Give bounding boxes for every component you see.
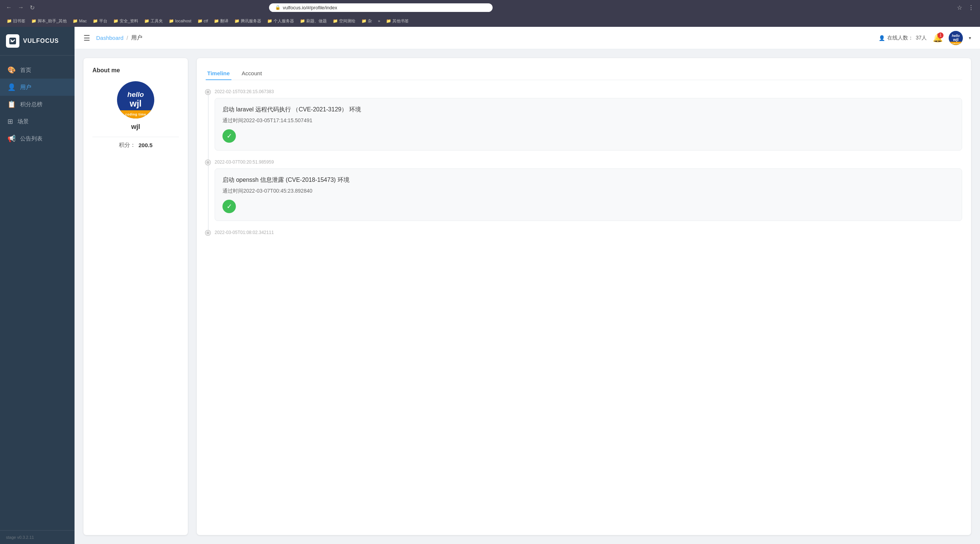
timeline-card: 启动 laravel 远程代码执行 （CVE-2021-3129） 环境 通过时… <box>215 98 962 151</box>
sidebar-item-label: 场景 <box>18 118 29 125</box>
bookmark-personal[interactable]: 📁 个人服务器 <box>265 17 296 25</box>
user-dropdown-button[interactable]: ▾ <box>969 35 971 41</box>
back-button[interactable]: ← <box>5 3 13 12</box>
bookmark-script[interactable]: 📁 脚本_助手_其他 <box>29 17 69 25</box>
sidebar-item-announcements[interactable]: 📢 公告列表 <box>0 130 75 147</box>
user-avatar[interactable]: hello wjl coding time <box>949 31 963 45</box>
sidebar-footer: stage v0.3.2.11 <box>0 530 75 544</box>
folder-icon: 📁 <box>144 19 150 24</box>
sidebar-item-label: 公告列表 <box>20 135 43 142</box>
scenes-icon: ⊞ <box>8 118 13 126</box>
sidebar-item-home[interactable]: 🎨 首页 <box>0 62 75 79</box>
avatar-hello-text: hello <box>127 91 144 99</box>
about-avatar-section: hello wjl coding time wjl <box>92 81 179 131</box>
timeline-date: 2022-03-05T01:08:02.342111 <box>215 230 962 235</box>
username: wjl <box>131 123 140 131</box>
bookmark-more[interactable]: » <box>375 18 382 24</box>
folder-icon: 📁 <box>234 19 240 24</box>
timeline: 2022-02-15T03:26:15.067383 启动 laravel 远程… <box>206 89 962 235</box>
app-container: VULFOCUS 🎨 首页 👤 用户 📋 积分总榜 ⊞ 场景 📢 公告列表 <box>0 27 980 544</box>
header-right: 👤 在线人数： 37人 🔔 1 hello wjl coding time <box>879 31 971 45</box>
folder-icon: 📁 <box>31 19 37 24</box>
bookmark-platform[interactable]: 📁 平台 <box>91 17 110 25</box>
timeline-entry: 2022-03-05T01:08:02.342111 <box>215 230 962 235</box>
browser-chrome: ← → ↻ 🔒 vulfocus.io/#/profile/index ☆ ⋮ … <box>0 0 980 27</box>
bookmark-mac[interactable]: 📁 Mac <box>70 18 89 24</box>
divider <box>92 137 179 137</box>
avatar-wjl-text: wjl <box>130 99 142 108</box>
tab-account[interactable]: Account <box>240 67 263 80</box>
online-label: 在线人数： <box>887 35 913 41</box>
menu-button[interactable]: ⋮ <box>967 3 975 13</box>
sidebar-logo: VULFOCUS <box>0 27 75 56</box>
sidebar-item-label: 用户 <box>20 84 31 91</box>
folder-icon: 📁 <box>93 19 98 24</box>
notification-button[interactable]: 🔔 1 <box>933 33 943 43</box>
timeline-card-title: 启动 laravel 远程代码执行 （CVE-2021-3129） 环境 <box>223 106 954 114</box>
logo-text: VULFOCUS <box>23 38 59 45</box>
bookmark-misc[interactable]: 📁 杂 <box>359 17 374 25</box>
bookmark-space[interactable]: 📁 空间测绘 <box>331 17 358 25</box>
timeline-card-subtitle: 通过时间2022-03-07T00:45:23.892840 <box>223 188 954 194</box>
address-bar[interactable]: 🔒 vulfocus.io/#/profile/index <box>269 3 493 12</box>
timeline-card-subtitle: 通过时间2022-03-05T17:14:15.507491 <box>223 118 954 124</box>
folder-icon: 📁 <box>386 19 391 24</box>
timeline-dot <box>206 160 210 165</box>
success-badge: ✓ <box>223 200 236 213</box>
bookmark-problems[interactable]: 📁 刷题、做题 <box>298 17 329 25</box>
sidebar-item-score[interactable]: 📋 积分总榜 <box>0 96 75 113</box>
timeline-card: 启动 openssh 信息泄露 (CVE-2018-15473) 环境 通过时间… <box>215 169 962 221</box>
timeline-entry: 2022-03-07T00:20:51.985959 启动 openssh 信息… <box>215 159 962 221</box>
breadcrumb-home[interactable]: Dashboard <box>96 35 123 41</box>
home-icon: 🎨 <box>8 66 16 74</box>
bookmark-tools[interactable]: 📁 工具夹 <box>142 17 165 25</box>
tabs: Timeline Account <box>206 67 962 80</box>
score-value: 200.5 <box>138 142 153 148</box>
forward-button[interactable]: → <box>16 3 25 12</box>
bookmark-ctf[interactable]: 📁 ctf <box>195 18 210 24</box>
folder-icon: 📁 <box>197 19 203 24</box>
sidebar-item-users[interactable]: 👤 用户 <box>0 79 75 96</box>
folder-icon: 📁 <box>267 19 272 24</box>
refresh-button[interactable]: ↻ <box>28 3 36 13</box>
bookmark-security[interactable]: 📁 安全_资料 <box>111 17 140 25</box>
folder-icon: 📁 <box>214 19 219 24</box>
timeline-entry: 2022-02-15T03:26:15.067383 启动 laravel 远程… <box>215 89 962 151</box>
users-icon: 👤 <box>8 83 16 91</box>
notification-badge: 1 <box>937 32 943 38</box>
announcements-icon: 📢 <box>8 135 16 143</box>
online-count: 👤 在线人数： 37人 <box>879 35 927 41</box>
sidebar-item-label: 首页 <box>20 67 31 74</box>
score-row: 积分： 200.5 <box>92 142 179 149</box>
bookmark-tencent[interactable]: 📁 腾讯服务器 <box>232 17 263 25</box>
main-content: ☰ Dashboard / 用户 👤 在线人数： 37人 🔔 1 he <box>75 27 980 544</box>
menu-toggle-button[interactable]: ☰ <box>83 33 90 43</box>
browser-toolbar: ← → ↻ 🔒 vulfocus.io/#/profile/index ☆ ⋮ <box>0 0 980 15</box>
browser-actions: ☆ ⋮ <box>955 3 975 13</box>
folder-icon: 📁 <box>7 19 12 24</box>
score-label: 积分： <box>119 142 136 149</box>
svg-rect-0 <box>9 38 16 45</box>
folder-icon: 📁 <box>300 19 305 24</box>
tab-timeline[interactable]: Timeline <box>206 67 231 80</box>
bookmark-old[interactable]: 📁 旧书签 <box>5 17 27 25</box>
bookmark-translate[interactable]: 📁 翻译 <box>212 17 231 25</box>
header: ☰ Dashboard / 用户 👤 在线人数： 37人 🔔 1 he <box>75 27 980 49</box>
folder-icon: 📁 <box>361 19 367 24</box>
avatar: hello wjl coding time <box>117 81 154 118</box>
folder-icon: 📁 <box>333 19 338 24</box>
bookmarks-bar: 📁 旧书签 📁 脚本_助手_其他 📁 Mac 📁 平台 📁 安全_资料 📁 工具… <box>0 15 980 27</box>
star-button[interactable]: ☆ <box>955 3 964 13</box>
bookmark-others[interactable]: 📁 其他书签 <box>384 17 411 25</box>
coding-text: coding time <box>125 113 146 116</box>
timeline-date: 2022-02-15T03:26:15.067383 <box>215 89 962 94</box>
score-icon: 📋 <box>8 100 16 108</box>
lock-icon: 🔒 <box>275 5 281 10</box>
sidebar-item-scenes[interactable]: ⊞ 场景 <box>0 113 75 130</box>
timeline-dot <box>206 90 210 94</box>
online-number: 37人 <box>916 35 927 41</box>
page-content: About me hello wjl coding time wjl 积分： 2… <box>75 49 980 544</box>
breadcrumb: Dashboard / 用户 <box>96 34 873 41</box>
bookmark-localhost[interactable]: 📁 localhost <box>167 18 193 24</box>
about-me-title: About me <box>92 67 179 74</box>
